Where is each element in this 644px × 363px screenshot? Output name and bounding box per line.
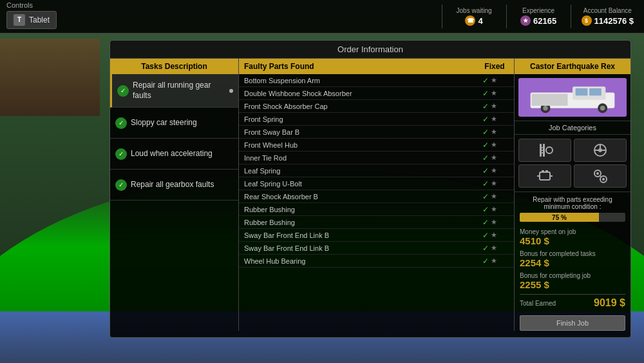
money-spent-value: 4510 $ — [520, 235, 625, 246]
task-check-icon: ✓ — [115, 117, 127, 129]
task-check-icon: ✓ — [117, 85, 129, 97]
xp-value: ★ 62165 — [520, 15, 556, 26]
part-name: Bottom Suspension Arm — [244, 77, 470, 84]
star-icon: ★ — [491, 115, 497, 123]
part-name: Leaf Spring — [244, 167, 470, 175]
star-icon: ★ — [491, 218, 497, 226]
part-row-6: Inner Tie Rod✓★ — [239, 152, 514, 164]
job-header: Castor Earthquake Rex — [515, 59, 630, 74]
svg-rect-9 — [532, 93, 568, 106]
condition-percent: 75 % — [552, 214, 567, 221]
finish-job-button[interactable]: Finish Job — [520, 315, 625, 331]
part-name: Wheel Hub Bearing — [244, 257, 470, 265]
bonus-tasks-label: Bonus for completed tasks — [520, 250, 625, 257]
repair-condition: Repair with parts exceeding minimum cond… — [515, 191, 630, 226]
tasks-section: Tasks Description ✓Repair all running ge… — [110, 59, 239, 331]
part-row-8: Leaf Spring U-Bolt✓★ — [239, 177, 514, 190]
workshop-shelf — [0, 39, 100, 116]
job-icon-steering — [574, 139, 627, 162]
svg-rect-3 — [576, 88, 588, 95]
part-name: Sway Bar Front End Link B — [244, 231, 470, 239]
task-item-2[interactable]: ✓Sloppy car steering — [110, 108, 238, 139]
task-dot — [229, 89, 233, 93]
fixed-header-label: Fixed — [475, 59, 514, 74]
star-icon: ★ — [491, 179, 497, 188]
condition-fill: 75 % — [520, 213, 599, 222]
part-status: ✓★ — [470, 257, 509, 266]
bonus-job-row: Bonus for completing job 2255 $ — [520, 272, 625, 290]
xp-number: 62165 — [533, 16, 556, 26]
panel-body: Tasks Description ✓Repair all running ge… — [110, 59, 630, 331]
svg-point-17 — [598, 148, 602, 152]
star-icon: ★ — [491, 153, 497, 162]
star-icon: ★ — [491, 102, 497, 110]
task-item-3[interactable]: ✓Loud when accelerating — [110, 139, 238, 170]
task-text: Repair all running gear faults — [133, 81, 224, 101]
task-item-4[interactable]: ✓Repair all gearbox faults — [110, 170, 238, 201]
part-name: Double Wishbone Shock Absorber — [244, 90, 470, 97]
money-spent-label: Money spent on job — [520, 228, 625, 235]
job-icon-gearbox — [574, 164, 627, 188]
tablet-button[interactable]: T Tablet — [6, 11, 57, 29]
job-icons — [515, 135, 630, 191]
money-spent-row: Money spent on job 4510 $ — [520, 228, 625, 246]
part-name: Front Sway Bar B — [244, 128, 470, 136]
money-icon: $ — [582, 15, 592, 26]
balance-block: Account Balance $ 1142576 $ — [571, 5, 644, 28]
star-icon: ★ — [491, 141, 497, 149]
svg-point-15 — [546, 147, 553, 153]
task-text: Sloppy car steering — [131, 118, 197, 128]
part-row-2: Front Shock Absorber Cap✓★ — [239, 100, 514, 113]
bonus-tasks-row: Bonus for completed tasks 2254 $ — [520, 250, 625, 268]
check-icon: ✓ — [482, 89, 489, 98]
task-item-1[interactable]: ✓Repair all running gear faults — [110, 74, 238, 108]
check-icon: ✓ — [482, 102, 489, 111]
part-row-14: Wheel Hub Bearing✓★ — [239, 255, 514, 268]
tablet-key-icon: T — [14, 14, 25, 26]
part-row-10: Rubber Bushing✓★ — [239, 203, 514, 216]
part-status: ✓★ — [470, 102, 509, 111]
part-status: ✓★ — [470, 205, 509, 214]
part-row-4: Front Sway Bar B✓★ — [239, 126, 514, 139]
jobs-waiting-label: Jobs waiting — [457, 7, 492, 14]
part-row-0: Bottom Suspension Arm✓★ — [239, 74, 514, 87]
svg-point-6 — [543, 106, 547, 110]
repair-condition-text: Repair with parts exceeding minimum cond… — [520, 196, 625, 210]
car-preview — [518, 78, 627, 117]
part-status: ✓★ — [470, 166, 509, 175]
star-icon: ★ — [491, 231, 497, 239]
jobs-waiting-value: ☎ 4 — [465, 15, 482, 26]
part-status: ✓★ — [470, 89, 509, 98]
svg-rect-23 — [545, 170, 548, 173]
part-row-13: Sway Bar Front End Link B✓★ — [239, 242, 514, 255]
part-name: Rear Shock Absorber B — [244, 193, 470, 201]
check-icon: ✓ — [482, 257, 489, 266]
part-name: Leaf Spring U-Bolt — [244, 180, 470, 188]
part-name: Rubber Bushing — [244, 219, 470, 226]
svg-point-8 — [600, 106, 605, 110]
part-status: ✓★ — [470, 192, 509, 201]
check-icon: ✓ — [482, 218, 489, 227]
star-icon: ★ — [491, 192, 497, 201]
part-status: ✓★ — [470, 179, 509, 188]
star-icon: ★ — [491, 244, 497, 252]
check-icon: ✓ — [482, 128, 489, 137]
part-status: ✓★ — [470, 141, 509, 150]
parts-header: Faulty Parts Found Fixed — [239, 59, 514, 74]
star-icon: ★ — [491, 166, 497, 175]
check-icon: ✓ — [482, 205, 489, 214]
check-icon: ✓ — [482, 166, 489, 175]
part-row-12: Sway Bar Front End Link B✓★ — [239, 229, 514, 242]
balance-value: $ 1142576 $ — [582, 15, 634, 26]
tasks-header: Tasks Description — [110, 59, 238, 74]
part-row-7: Leaf Spring✓★ — [239, 164, 514, 177]
tasks-list: ✓Repair all running gear faults✓Sloppy c… — [110, 74, 238, 201]
star-icon: ★ — [491, 76, 497, 84]
task-text: Repair all gearbox faults — [131, 180, 214, 190]
part-name: Inner Tie Rod — [244, 154, 470, 162]
svg-rect-21 — [540, 172, 550, 180]
condition-bar: 75 % — [520, 213, 625, 222]
xp-icon: ★ — [520, 15, 531, 26]
controls-section: Controls T Tablet — [0, 5, 129, 29]
stats-bar: Jobs waiting ☎ 4 Experience ★ 62165 Acco… — [442, 5, 644, 28]
